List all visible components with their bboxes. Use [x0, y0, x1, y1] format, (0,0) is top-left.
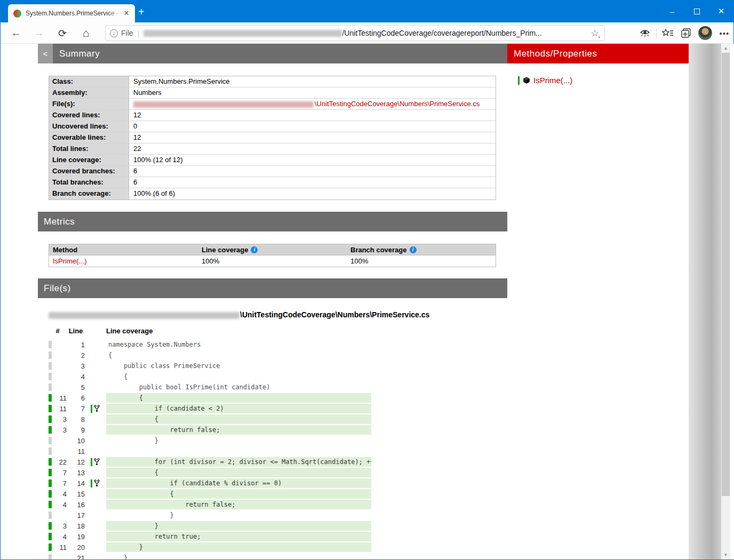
code-line-row: 17 } — [49, 510, 371, 521]
toolbar-divider — [656, 28, 657, 38]
methods-properties-header: Methods/Properties — [507, 44, 689, 63]
coverage-indicator-bar — [49, 426, 54, 434]
code-line-row: 11 6 { — [49, 393, 371, 403]
profile-avatar[interactable] — [695, 26, 715, 40]
branch-icon — [94, 405, 100, 412]
summary-row-value: 100% (12 of 12) — [129, 155, 496, 165]
summary-row: Line coverage: 100% (12 of 12) — [49, 155, 496, 166]
settings-menu-icon[interactable]: ••• — [715, 29, 733, 38]
scroll-up-icon[interactable]: ▲ — [721, 44, 730, 53]
code-text: return false; — [106, 500, 371, 509]
coverage-indicator-bar — [49, 533, 54, 540]
line-hit-count: 11 — [54, 543, 67, 551]
code-line-row: 11 — [49, 446, 371, 457]
line-number: 3 — [67, 362, 85, 370]
address-bar[interactable]: i File | /UnitTestingCodeCoverage/covera… — [105, 25, 605, 41]
branch-indicator — [85, 522, 106, 530]
collections-icon[interactable] — [677, 28, 695, 38]
forward-icon[interactable]: → — [30, 22, 48, 44]
summary-title: Summary — [53, 49, 100, 59]
summary-table: Class: System.Numbers.PrimeService Assem… — [49, 76, 496, 200]
branch-indicator — [85, 436, 106, 445]
methods-properties-title: Methods/Properties — [507, 49, 597, 59]
code-text: } — [106, 542, 371, 552]
summary-row-label: Class: — [49, 76, 129, 87]
coverage-indicator-bar — [49, 511, 54, 519]
scrollbar-thumb[interactable] — [722, 53, 730, 496]
browser-tab[interactable]: System.Numbers.PrimeService - C ✕ — [8, 4, 135, 22]
summary-row: Class: System.Numbers.PrimeService — [49, 76, 496, 87]
summary-row-value: Numbers — [129, 87, 496, 98]
summary-row: Branch coverage: 100% (6 of 6) — [49, 188, 496, 199]
summary-row: Coverable lines: 12 — [49, 132, 496, 143]
new-tab-button[interactable]: + — [138, 5, 145, 18]
line-hit-count: 11 — [54, 394, 67, 402]
close-button[interactable]: ✕ — [709, 0, 733, 22]
summary-row: Total branches: 6 — [49, 177, 496, 188]
code-line-row: 3 9 return false; — [49, 425, 371, 435]
back-icon[interactable]: ← — [7, 22, 25, 44]
coverage-indicator-bar — [49, 479, 54, 487]
branch-indicator — [85, 554, 106, 559]
code-line-row: 10 } — [49, 435, 371, 446]
coverage-pie-favicon — [13, 10, 21, 18]
column-line-coverage: Line coverage — [106, 327, 320, 335]
line-number: 16 — [67, 501, 85, 509]
tab-close-icon[interactable]: ✕ — [122, 9, 131, 18]
info-icon[interactable]: i — [251, 246, 258, 253]
extension-eye-icon[interactable] — [636, 29, 654, 38]
line-number: 7 — [67, 405, 85, 413]
back-to-summary-button[interactable]: < — [38, 44, 53, 63]
branch-indicator — [85, 362, 106, 370]
coverage-indicator-bar — [49, 447, 54, 455]
info-icon[interactable]: i — [410, 246, 417, 253]
line-number: 20 — [67, 543, 85, 551]
line-hit-count: 4 — [54, 501, 67, 509]
minimize-button[interactable]: – — [660, 0, 684, 22]
method-list-item[interactable]: IsPrime(...) — [518, 76, 572, 85]
metrics-row: IsPrime(...)100%100% — [49, 255, 496, 267]
metrics-column-header: Method — [49, 244, 198, 255]
summary-row-value: 12 — [129, 132, 496, 143]
tab-title: System.Numbers.PrimeService - C — [26, 10, 122, 17]
code-line-row: 2 { — [49, 350, 371, 361]
home-icon[interactable]: ⌂ — [77, 22, 95, 44]
line-hit-count: 7 — [54, 469, 67, 477]
method-link[interactable]: IsPrime(...) — [533, 76, 572, 85]
branch-indicator — [85, 447, 106, 455]
line-number: 8 — [67, 415, 85, 423]
method-link[interactable]: IsPrime(...) — [53, 257, 87, 265]
code-line-row: 4 { — [49, 371, 371, 382]
summary-row-value: \UnitTestingCodeCoverage\Numbers\PrimeSe… — [129, 99, 496, 109]
branch-indicator — [85, 394, 106, 402]
line-number: 15 — [67, 490, 85, 498]
coverage-indicator-bar — [49, 341, 54, 348]
coverage-indicator-bar — [49, 394, 54, 402]
coverage-indicator-bar — [49, 458, 54, 466]
line-hit-count: 22 — [54, 458, 67, 466]
metrics-column-header: Branch coveragei — [347, 244, 496, 255]
branch-indicator — [85, 351, 106, 359]
line-number: 17 — [67, 511, 85, 519]
summary-row-label: Covered lines: — [49, 110, 129, 121]
code-text: return false; — [106, 425, 371, 435]
code-text: } — [106, 510, 371, 520]
scroll-down-icon[interactable]: ▼ — [721, 550, 730, 559]
file-link[interactable]: \UnitTestingCodeCoverage\Numbers\PrimeSe… — [315, 100, 480, 108]
coverage-indicator-bar — [49, 522, 54, 530]
code-text: for (int divisor = 2; divisor <= Math.Sq… — [106, 457, 371, 467]
branch-icon — [94, 479, 100, 487]
summary-row-value: System.Numbers.PrimeService — [129, 76, 496, 87]
coverage-indicator-bar — [518, 76, 520, 85]
summary-row-label: Uncovered lines: — [49, 121, 129, 132]
metrics-title: Metrics — [38, 217, 75, 227]
page-info-icon[interactable]: i — [110, 29, 118, 37]
line-number: 10 — [67, 437, 85, 445]
refresh-icon[interactable]: ⟳ — [53, 22, 71, 44]
maximize-button[interactable] — [684, 0, 709, 22]
favorites-bar-icon[interactable] — [659, 28, 677, 38]
line-hit-count: 11 — [54, 405, 67, 413]
vertical-scrollbar[interactable]: ▲ ▼ — [721, 44, 730, 559]
add-favorite-icon[interactable]: ☆+ — [589, 28, 600, 39]
code-text: public class PrimeService — [106, 361, 371, 371]
